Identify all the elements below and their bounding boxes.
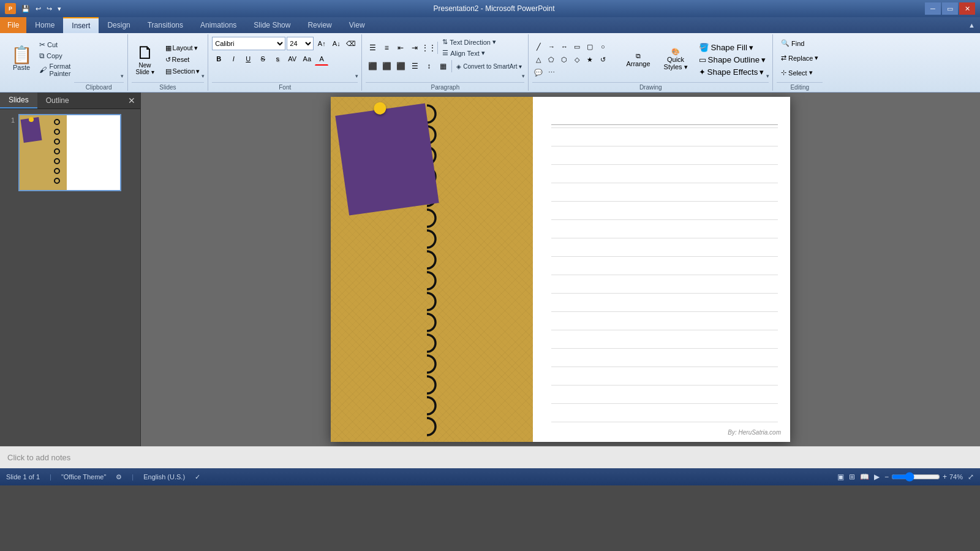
save-qa-button[interactable]: 💾 [20, 4, 32, 14]
underline-button[interactable]: U [241, 52, 255, 66]
format-painter-button[interactable]: 🖌 Format Painter [37, 61, 74, 78]
paste-button[interactable]: 📋 Paste [6, 37, 37, 81]
change-case-button[interactable]: Aa [300, 52, 314, 66]
shape-hexagon-button[interactable]: ⬡ [558, 53, 570, 66]
tab-slideshow[interactable]: Slide Show [245, 17, 299, 33]
select-button[interactable]: ⊹ Select ▾ [777, 66, 823, 79]
tab-transitions[interactable]: Transitions [139, 17, 192, 33]
layout-button[interactable]: ▦ Layout ▾ [162, 43, 203, 53]
align-center-button[interactable]: ⬛ [380, 59, 393, 73]
theme-settings-icon[interactable]: ⚙ [116, 473, 122, 481]
tab-file[interactable]: File [0, 17, 26, 33]
paragraph-expand-button[interactable]: ▾ [519, 72, 527, 80]
justify-button[interactable]: ☰ [408, 59, 421, 73]
add-remove-col-button[interactable]: ▦ [436, 59, 450, 73]
numbering-button[interactable]: ≡ [380, 41, 393, 55]
convert-smartart-button[interactable]: ◈ Convert to SmartArt ▾ [454, 62, 524, 71]
canvas-area[interactable]: By: HeruSatria.com [141, 93, 980, 446]
italic-button[interactable]: I [227, 52, 240, 66]
font-expand-button[interactable]: ▾ [353, 72, 360, 80]
strikethrough-button[interactable]: S [256, 52, 270, 66]
shape-effects-button[interactable]: ✦ Shape Effects ▾ [696, 66, 769, 78]
slide-canvas[interactable]: By: HeruSatria.com [331, 97, 790, 442]
arrange-button[interactable]: ⧉ Arrange [620, 49, 655, 70]
notes-area[interactable]: Click to add notes [0, 446, 980, 468]
shape-oval-button[interactable]: ○ [597, 40, 609, 53]
app-icon: P [5, 3, 16, 14]
tab-design[interactable]: Design [99, 17, 138, 33]
shape-triangle-button[interactable]: △ [532, 53, 545, 66]
font-color-button[interactable]: A [315, 52, 328, 66]
shape-double-arrow-button[interactable]: ↔ [558, 40, 570, 53]
close-button[interactable]: ✕ [959, 2, 975, 15]
clear-format-button[interactable]: ⌫ [344, 37, 358, 50]
align-right-button[interactable]: ⬛ [394, 59, 407, 73]
minimize-button[interactable]: ─ [925, 2, 941, 15]
new-slide-button[interactable]: 🗋 NewSlide ▾ [132, 40, 159, 78]
decrease-font-button[interactable]: A↓ [330, 37, 343, 50]
columns-button[interactable]: ⋮⋮ [422, 41, 435, 55]
drawing-expand-button[interactable]: ▾ [764, 72, 771, 80]
increase-indent-button[interactable]: ⇥ [408, 41, 421, 55]
zoom-out-button[interactable]: − [884, 473, 889, 481]
redo-qa-button[interactable]: ↪ [45, 4, 54, 14]
shape-curved-arrow-button[interactable]: ↺ [597, 53, 609, 66]
shape-diamond-button[interactable]: ◇ [571, 53, 583, 66]
fit-window-button[interactable]: ⤢ [968, 473, 974, 481]
slide-thumbnail[interactable] [18, 114, 121, 191]
customize-qa-button[interactable]: ▾ [56, 4, 63, 14]
tab-outline[interactable]: Outline [37, 93, 78, 108]
normal-view-button[interactable]: ▣ [837, 473, 844, 481]
font-family-select[interactable]: Calibri [212, 37, 285, 50]
bold-button[interactable]: B [212, 52, 225, 66]
tab-review[interactable]: Review [299, 17, 340, 33]
find-button[interactable]: 🔍 Find [777, 37, 823, 50]
undo-qa-button[interactable]: ↩ [34, 4, 43, 14]
zoom-in-button[interactable]: + [943, 473, 947, 481]
shape-rect-button[interactable]: ▭ [571, 40, 583, 53]
slide-sorter-button[interactable]: ⊞ [849, 473, 855, 481]
text-direction-button[interactable]: ⇅ Text Direction ▾ [440, 37, 499, 47]
shape-round-rect-button[interactable]: ▢ [584, 40, 596, 53]
text-shadow-button[interactable]: s [271, 52, 284, 66]
ribbon-collapse-button[interactable]: ▲ [963, 17, 980, 33]
tab-home[interactable]: Home [26, 17, 63, 33]
tab-slides[interactable]: Slides [0, 93, 37, 108]
tab-animations[interactable]: Animations [192, 17, 245, 33]
replace-button[interactable]: ⇄ Replace ▾ [777, 51, 823, 64]
align-left-button[interactable]: ⬛ [366, 59, 379, 73]
copy-button[interactable]: ⧉ Copy [37, 50, 74, 61]
reading-view-button[interactable]: 📖 [860, 473, 869, 481]
sticky-note[interactable] [335, 103, 439, 215]
shape-more-button[interactable]: ⋯ [545, 66, 557, 78]
bullets-button[interactable]: ☰ [366, 41, 379, 55]
shape-line-button[interactable]: ╱ [532, 40, 545, 53]
align-text-button[interactable]: ☰ Align Text ▾ [440, 48, 499, 58]
panel-close-button[interactable]: ✕ [123, 93, 140, 108]
line-spacing-button[interactable]: ↕ [422, 59, 435, 73]
clipboard-expand-button[interactable]: ▾ [119, 72, 126, 80]
tab-view[interactable]: View [341, 17, 374, 33]
cut-button[interactable]: ✂ Cut [37, 39, 74, 50]
font-size-select[interactable]: 24 [287, 37, 314, 50]
restore-button[interactable]: ▭ [942, 2, 958, 15]
section-button[interactable]: ▤ Section ▾ [162, 66, 203, 77]
slides-expand-button[interactable]: ▾ [199, 72, 206, 80]
slideshow-button[interactable]: ▶ [874, 473, 880, 481]
shape-outline-button[interactable]: ▭ Shape Outline ▾ [696, 54, 769, 66]
shape-fill-button[interactable]: 🪣 Shape Fill ▾ [696, 42, 769, 53]
decrease-indent-button[interactable]: ⇤ [394, 41, 407, 55]
quick-styles-icon: 🎨 [671, 48, 680, 56]
shape-star-button[interactable]: ★ [584, 53, 596, 66]
slides-group-label: Slides [132, 82, 205, 91]
shape-arrow-button[interactable]: → [545, 40, 557, 53]
increase-font-button[interactable]: A↑ [315, 37, 328, 50]
reset-button[interactable]: ↺ Reset [162, 55, 203, 65]
zoom-slider[interactable] [891, 472, 940, 482]
shape-pentagon-button[interactable]: ⬠ [545, 53, 557, 66]
replace-label: Replace [788, 55, 813, 62]
char-spacing-button[interactable]: AV [285, 52, 299, 66]
shape-callout-button[interactable]: 💬 [532, 66, 545, 78]
tab-insert[interactable]: Insert [63, 17, 99, 33]
quick-styles-button[interactable]: 🎨 QuickStyles ▾ [658, 45, 693, 74]
